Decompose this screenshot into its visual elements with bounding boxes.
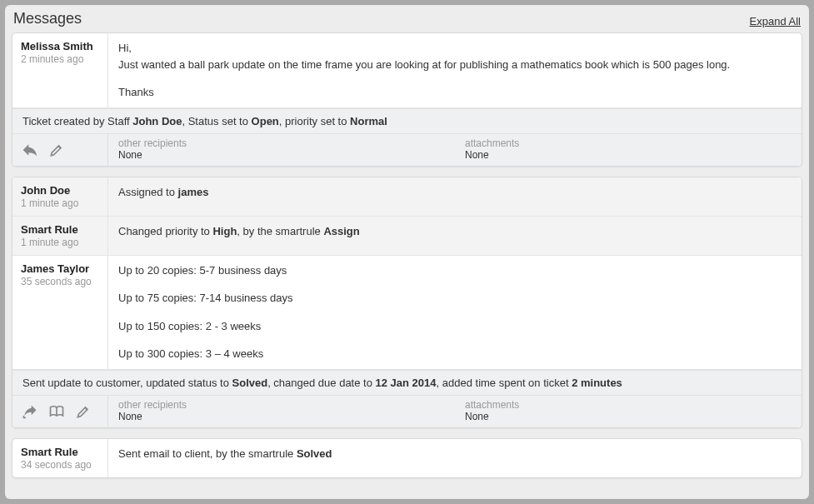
footer-actions <box>12 134 108 166</box>
message-meta: John Doe 1 minute ago <box>12 177 108 216</box>
share-icon[interactable] <box>21 403 39 420</box>
attachments-label: attachments <box>465 399 792 411</box>
other-recipients-value: None <box>118 411 445 422</box>
audit-priority: Normal <box>350 115 387 127</box>
audit-status: Open <box>252 115 279 127</box>
audit-strip: Sent update to customer, updated status … <box>12 370 802 395</box>
attachments-value: None <box>465 411 792 422</box>
audit-text: Sent update to customer, updated status … <box>22 377 232 389</box>
audit-text: Ticket created by Staff <box>22 115 132 127</box>
other-recipients-value: None <box>118 149 445 161</box>
audit-text: , changed due date to <box>267 377 375 389</box>
other-recipients-label: other recipients <box>118 137 445 149</box>
message-body: Hi, Just wanted a ball park update on th… <box>108 33 802 107</box>
audit-strip: Ticket created by Staff John Doe, Status… <box>12 108 802 133</box>
message-time: 2 minutes ago <box>21 53 102 65</box>
message-body: Assigned to james <box>108 177 802 216</box>
system-text: Sent email to client, by the smartrule <box>118 447 297 460</box>
message-body: Changed priority to High, by the smartru… <box>108 217 802 255</box>
message-time: 1 minute ago <box>21 197 102 209</box>
audit-date: 12 Jan 2014 <box>376 377 437 389</box>
footer-columns: other recipients None attachments None <box>108 396 802 427</box>
smartrule-name: Solved <box>297 447 332 460</box>
book-icon[interactable] <box>47 403 66 420</box>
message-card: Smart Rule 34 seconds ago Sent email to … <box>12 438 802 478</box>
message-text: Thanks <box>118 84 792 101</box>
panel-header: Messages Expand All <box>12 7 802 32</box>
priority-value: High <box>212 225 237 237</box>
message-time: 34 seconds ago <box>21 459 102 471</box>
system-row: Smart Rule 34 seconds ago Sent email to … <box>12 439 802 477</box>
audit-text: , added time spent on ticket <box>437 377 572 389</box>
attachments-col: attachments None <box>455 396 802 427</box>
audit-staff: John Doe <box>132 115 182 127</box>
message-meta: Smart Rule 1 minute ago <box>12 217 108 255</box>
message-row: James Taylor 35 seconds ago Up to 20 cop… <box>12 256 802 370</box>
attachments-col: attachments None <box>455 134 802 166</box>
messages-panel: Messages Expand All Melissa Smith 2 minu… <box>5 5 809 499</box>
message-body: Sent email to client, by the smartrule S… <box>108 439 802 477</box>
system-text: Changed priority to <box>118 225 212 237</box>
audit-time-spent: 2 minutes <box>572 377 622 389</box>
author-name: Melissa Smith <box>21 40 102 52</box>
message-card: John Doe 1 minute ago Assigned to james … <box>12 177 802 428</box>
author-name: John Doe <box>21 184 102 197</box>
message-meta: Smart Rule 34 seconds ago <box>12 439 108 477</box>
message-text: Up to 300 copies: 3 – 4 weeks <box>118 346 792 362</box>
message-card: Melissa Smith 2 minutes ago Hi, Just wan… <box>12 32 802 167</box>
message-text: Up to 150 copies: 2 - 3 weeks <box>118 318 792 335</box>
attachments-label: attachments <box>465 137 792 149</box>
message-text: Hi, <box>118 42 132 54</box>
message-meta: James Taylor 35 seconds ago <box>12 256 108 369</box>
author-name: Smart Rule <box>21 446 102 458</box>
system-text: Assigned to <box>118 186 178 198</box>
system-text: , by the smartrule <box>237 225 323 237</box>
smartrule-name: Assign <box>323 225 359 237</box>
footer-columns: other recipients None attachments None <box>108 134 802 166</box>
message-time: 1 minute ago <box>21 237 102 248</box>
author-name: Smart Rule <box>21 223 102 236</box>
message-meta: Melissa Smith 2 minutes ago <box>12 33 108 107</box>
message-body: Up to 20 copies: 5-7 business days Up to… <box>108 256 802 369</box>
audit-text: , priority set to <box>279 115 350 127</box>
author-name: James Taylor <box>21 262 102 275</box>
expand-all-link[interactable]: Expand All <box>750 15 801 27</box>
other-recipients-label: other recipients <box>118 399 445 411</box>
audit-status: Solved <box>232 377 268 389</box>
assigned-to: james <box>178 186 209 198</box>
footer-actions <box>12 396 108 427</box>
message-footer: other recipients None attachments None <box>12 133 802 166</box>
pencil-icon[interactable] <box>74 403 92 420</box>
system-row: John Doe 1 minute ago Assigned to james <box>12 177 802 217</box>
message-time: 35 seconds ago <box>21 276 102 287</box>
audit-text: , Status set to <box>182 115 251 127</box>
message-text: Up to 20 copies: 5-7 business days <box>118 262 792 279</box>
system-row: Smart Rule 1 minute ago Changed priority… <box>12 217 802 256</box>
pencil-icon[interactable] <box>47 142 66 158</box>
attachments-value: None <box>465 149 792 161</box>
message-text: Up to 75 copies: 7-14 business days <box>118 290 792 307</box>
message-row: Melissa Smith 2 minutes ago Hi, Just wan… <box>12 33 802 108</box>
message-footer: other recipients None attachments None <box>12 395 802 427</box>
panel-title: Messages <box>13 10 82 27</box>
message-text: Just wanted a ball park update on the ti… <box>118 58 730 71</box>
reply-icon[interactable] <box>21 142 39 158</box>
other-recipients-col: other recipients None <box>108 134 455 166</box>
other-recipients-col: other recipients None <box>108 396 455 427</box>
